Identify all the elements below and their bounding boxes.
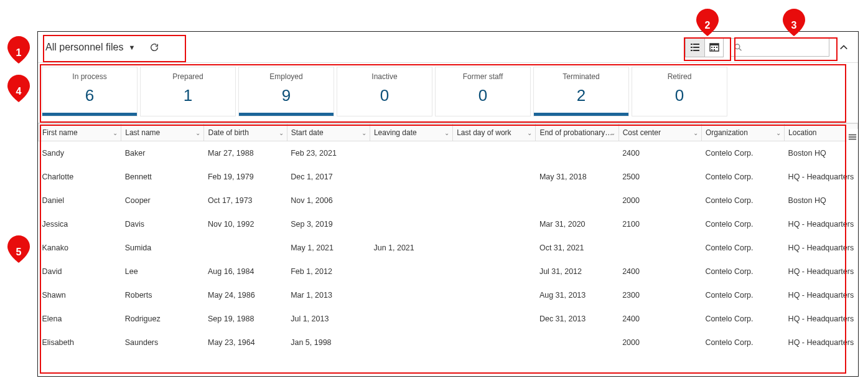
status-underline [337, 113, 432, 116]
sort-icon: ⌄ [693, 129, 698, 136]
cell-prob: Dec 31, 2013 [536, 307, 618, 331]
table-row[interactable]: DavidLeeAug 16, 1984Feb 1, 2012Jul 31, 2… [39, 260, 858, 283]
cell-loc: Boston HQ [785, 189, 858, 212]
table-row[interactable]: ElenaRodriguezSep 19, 1988Jul 1, 2013Dec… [39, 307, 858, 331]
table-row[interactable]: ElisabethSaundersMay 23, 1964Jan 5, 1998… [39, 331, 858, 354]
col-label: Location [788, 128, 816, 137]
svg-point-13 [735, 44, 740, 49]
cell-start: Mar 1, 2013 [287, 283, 370, 307]
status-label: Prepared [141, 72, 235, 81]
table-row[interactable]: CharlotteBennettFeb 19, 1979Dec 1, 2017M… [39, 165, 858, 189]
cell-leave [370, 307, 452, 331]
cell-leave [370, 331, 452, 354]
cell-prob: Jul 31, 2012 [536, 260, 618, 283]
status-card[interactable]: Inactive0 [337, 67, 432, 116]
sort-icon: ⌄ [444, 129, 449, 136]
cell-prob: Aug 31, 2013 [536, 283, 618, 307]
list-view-button[interactable] [686, 38, 704, 57]
col-org[interactable]: Organization⌄ [701, 124, 784, 141]
cell-first: Sandy [39, 141, 121, 166]
table-row[interactable]: KanakoSumidaMay 1, 2021Jun 1, 2021Oct 31… [39, 236, 858, 260]
calendar-view-button[interactable] [704, 38, 723, 57]
table-row[interactable]: SandyBakerMar 27, 1988Feb 23, 20212400Co… [39, 141, 858, 166]
collapse-button[interactable] [836, 39, 852, 55]
cell-last: Rodriguez [121, 307, 204, 331]
cell-org: Contelo Corp. [701, 212, 784, 236]
col-label: Last name [125, 128, 160, 137]
cell-org: Contelo Corp. [701, 165, 784, 189]
cell-first: Elena [39, 307, 121, 331]
cell-leave [370, 141, 452, 166]
filter-dropdown[interactable]: All personnel files ▼ [44, 39, 136, 55]
table-options-button[interactable] [847, 129, 858, 145]
cell-last: Sumida [121, 236, 204, 260]
status-count: 0 [632, 86, 727, 105]
svg-rect-7 [710, 44, 719, 45]
caret-down-icon: ▼ [128, 44, 135, 51]
status-underline [239, 113, 334, 116]
status-card[interactable]: In process6 [42, 67, 138, 116]
status-card[interactable]: Terminated2 [533, 67, 629, 116]
cell-cost: 2000 [618, 189, 701, 212]
cell-start: Jul 1, 2013 [287, 307, 370, 331]
col-first-name[interactable]: First name⌄ [39, 124, 121, 141]
col-leave[interactable]: Leaving date⌄ [370, 124, 452, 141]
status-card[interactable]: Retired0 [632, 67, 727, 116]
cell-last: Davis [121, 212, 204, 236]
table-row[interactable]: ShawnRobertsMay 24, 1986Mar 1, 2013Aug 3… [39, 283, 858, 307]
filter-dropdown-label: All personnel files [45, 42, 123, 53]
svg-rect-11 [711, 49, 712, 50]
cell-loc: HQ - Headquarters [785, 307, 858, 331]
cell-cost: 2500 [618, 165, 701, 189]
cell-loc: HQ - Headquarters [785, 165, 858, 189]
col-label: Organization [706, 128, 748, 137]
view-toggle [685, 37, 724, 57]
cell-lastday [453, 260, 536, 283]
cell-org: Contelo Corp. [701, 141, 784, 166]
cell-org: Contelo Corp. [701, 236, 784, 260]
svg-rect-17 [849, 139, 856, 140]
cell-cost: 2400 [618, 307, 701, 331]
status-card[interactable]: Prepared1 [140, 67, 236, 116]
svg-rect-2 [691, 47, 693, 48]
status-label: In process [42, 72, 137, 81]
cell-cost: 2100 [618, 212, 701, 236]
col-prob[interactable]: End of probationary…⌄ [536, 124, 618, 141]
col-label: Start date [291, 128, 324, 137]
cell-first: Elisabeth [39, 331, 121, 354]
table-row[interactable]: DanielCooperOct 17, 1973Nov 1, 20062000C… [39, 189, 858, 212]
table-row[interactable]: JessicaDavisNov 10, 1992Sep 3, 2019Mar 3… [39, 212, 858, 236]
cell-dob: Mar 27, 1988 [204, 141, 287, 166]
svg-rect-10 [716, 47, 717, 48]
svg-line-14 [739, 48, 741, 50]
cell-dob [204, 236, 287, 260]
status-count: 1 [141, 86, 235, 105]
svg-rect-9 [714, 47, 715, 48]
sort-icon: ⌄ [776, 129, 781, 136]
cell-prob: Oct 31, 2021 [536, 236, 618, 260]
status-card[interactable]: Employed9 [238, 67, 334, 116]
col-last-name[interactable]: Last name⌄ [121, 124, 204, 141]
svg-rect-0 [691, 44, 693, 45]
list-icon [690, 42, 700, 52]
col-cost[interactable]: Cost center⌄ [618, 124, 701, 141]
sort-icon: ⌄ [362, 129, 366, 136]
search-input[interactable] [745, 42, 825, 52]
cell-org: Contelo Corp. [701, 331, 784, 354]
refresh-button[interactable] [147, 40, 161, 54]
status-count: 0 [436, 86, 530, 105]
cell-first: David [39, 260, 121, 283]
callout-label: 2 [705, 20, 711, 31]
svg-rect-12 [714, 49, 715, 50]
cell-org: Contelo Corp. [701, 307, 784, 331]
status-card[interactable]: Former staff0 [435, 67, 531, 116]
col-start[interactable]: Start date⌄ [287, 124, 370, 141]
cell-start: Nov 1, 2006 [287, 189, 370, 212]
cell-first: Kanako [39, 236, 121, 260]
col-lastday[interactable]: Last day of work⌄ [453, 124, 536, 141]
cell-lastday [453, 307, 536, 331]
callout-pin-1: 1 [7, 36, 30, 64]
search-box[interactable] [730, 38, 829, 57]
col-dob[interactable]: Date of birth⌄ [204, 124, 287, 141]
col-label: Last day of work [457, 128, 511, 137]
